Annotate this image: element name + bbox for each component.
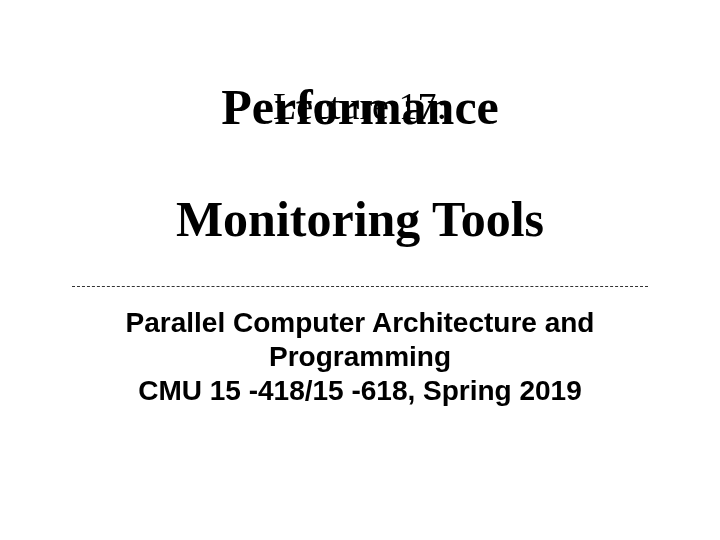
- title-line-2: Monitoring Tools: [0, 190, 720, 248]
- divider-line: [72, 286, 648, 287]
- subtitle-line-1: Parallel Computer Architecture and: [0, 306, 720, 340]
- slide: Performance Lecture 17: Monitoring Tools…: [0, 0, 720, 540]
- lecture-label: Lecture 17:: [0, 84, 720, 128]
- subtitle-line-2: Programming: [0, 340, 720, 374]
- slide-title: Performance Lecture 17: Monitoring Tools: [0, 78, 720, 248]
- subtitle-line-3: CMU 15 -418/15 -618, Spring 2019: [0, 374, 720, 408]
- slide-subtitle: Parallel Computer Architecture and Progr…: [0, 306, 720, 408]
- title-overlay: Performance Lecture 17:: [0, 78, 720, 134]
